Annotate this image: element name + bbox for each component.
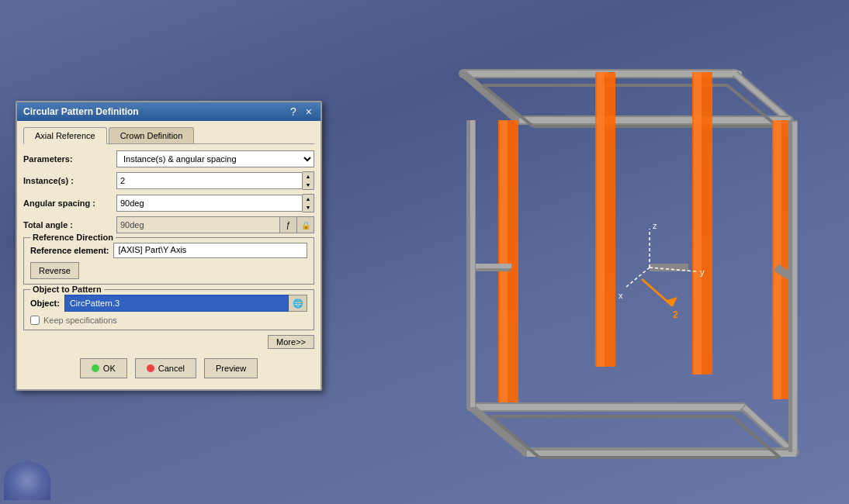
cancel-label: Cancel (158, 364, 185, 373)
dialog-footer: OK Cancel Preview (23, 354, 314, 383)
tab-bar: Axial Reference Crown Definition (23, 127, 314, 144)
angular-spacing-spinbox: ▲ ▼ (116, 194, 314, 212)
angular-spacing-spin-up[interactable]: ▲ (303, 195, 314, 203)
svg-text:z: z (653, 221, 657, 230)
more-row: More>> (23, 335, 314, 349)
angular-spacing-label: Angular spacing : (23, 198, 116, 208)
svg-rect-17 (774, 120, 781, 399)
dialog-body: Axial Reference Crown Definition Paramet… (17, 121, 321, 389)
lock-icon: 🔒 (301, 221, 310, 230)
formula-icon: ƒ (286, 221, 291, 230)
parameters-label: Parameters: (23, 154, 116, 164)
dialog-titlebar: Circular Pattern Definition ? × (17, 102, 321, 121)
scene-container: z y x 2 (326, 0, 849, 504)
instances-row: Instance(s) : ▲ ▼ (23, 171, 314, 190)
object-to-pattern-section: Object to Pattern Object: 🌐 Keep specifi… (23, 289, 314, 330)
keep-specs-row: Keep specifications (30, 316, 307, 325)
more-button[interactable]: More>> (268, 335, 314, 349)
ref-element-label: Reference element: (30, 246, 109, 255)
tab-axial-reference[interactable]: Axial Reference (23, 127, 107, 144)
object-input-container: 🌐 (64, 295, 307, 312)
world-icon: 🌐 (293, 299, 303, 309)
instances-spinbox: ▲ ▼ (116, 171, 314, 190)
circular-pattern-dialog: Circular Pattern Definition ? × Axial Re… (16, 101, 322, 391)
preview-label: Preview (216, 364, 246, 373)
close-button[interactable]: × (303, 106, 314, 117)
svg-line-45 (642, 279, 673, 306)
ok-label: OK (103, 364, 116, 373)
ref-element-value: [AXIS] Part\Y Axis (113, 243, 308, 258)
parameters-row: Parameters: Instance(s) & angular spacin… (23, 150, 314, 167)
instances-spin-down[interactable]: ▼ (303, 181, 314, 189)
titlebar-buttons: ? × (288, 106, 314, 117)
angular-spacing-spin-buttons: ▲ ▼ (303, 194, 314, 212)
parameters-dropdown[interactable]: Instance(s) & angular spacing Instance(s… (116, 150, 314, 167)
ok-dot (92, 364, 99, 372)
svg-text:y: y (700, 268, 705, 277)
svg-rect-15 (597, 72, 605, 367)
total-angle-formula-btn[interactable]: ƒ (280, 216, 297, 233)
cancel-button[interactable]: Cancel (135, 358, 196, 378)
reference-direction-section: Reference Direction Reference element: [… (23, 237, 314, 285)
total-angle-label: Total angle : (23, 220, 116, 230)
ref-element-row: Reference element: [AXIS] Part\Y Axis (30, 243, 307, 258)
object-world-btn[interactable]: 🌐 (289, 295, 307, 312)
keep-specs-label: Keep specifications (43, 316, 117, 325)
reverse-button[interactable]: Reverse (30, 262, 79, 279)
instances-spin-up[interactable]: ▲ (303, 172, 314, 181)
svg-text:2: 2 (673, 309, 678, 320)
object-section-title: Object to Pattern (30, 285, 104, 294)
object-row: Object: 🌐 (30, 295, 307, 312)
svg-line-7 (463, 74, 518, 120)
svg-line-26 (471, 407, 525, 452)
cancel-dot (147, 364, 154, 372)
reference-direction-title: Reference Direction (30, 233, 116, 242)
instances-spin-buttons: ▲ ▼ (303, 171, 314, 190)
instances-input[interactable] (116, 172, 303, 189)
svg-marker-46 (667, 297, 677, 306)
ok-button[interactable]: OK (80, 358, 127, 378)
svg-rect-19 (694, 72, 702, 375)
help-button[interactable]: ? (288, 106, 299, 117)
object-input[interactable] (64, 295, 289, 312)
parameters-control: Instance(s) & angular spacing Instance(s… (116, 150, 314, 167)
angular-spacing-input[interactable] (116, 195, 303, 212)
instances-label: Instance(s) : (23, 176, 116, 185)
dialog-title: Circular Pattern Definition (23, 106, 139, 117)
3d-scene: z y x 2 (347, 12, 828, 492)
tab-crown-definition[interactable]: Crown Definition (109, 127, 195, 143)
app-watermark (4, 461, 50, 500)
total-angle-row: Total angle : ƒ 🔒 (23, 216, 314, 233)
svg-text:x: x (619, 291, 623, 300)
total-angle-control: ƒ 🔒 (116, 216, 314, 233)
angular-spacing-row: Angular spacing : ▲ ▼ (23, 194, 314, 212)
total-angle-lock-btn[interactable]: 🔒 (297, 216, 314, 233)
angular-spacing-spin-down[interactable]: ▼ (303, 203, 314, 212)
keep-specs-checkbox[interactable] (30, 316, 40, 325)
preview-button[interactable]: Preview (204, 358, 258, 378)
total-angle-input[interactable] (116, 216, 280, 233)
object-label: Object: (30, 299, 60, 308)
svg-line-30 (490, 416, 539, 457)
